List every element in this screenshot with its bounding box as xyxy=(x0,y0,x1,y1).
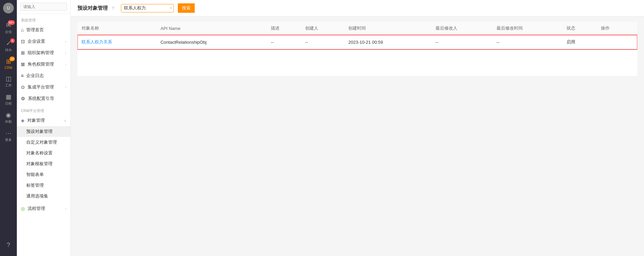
option-set-label: 通用选项集 xyxy=(26,193,48,199)
clear-button[interactable]: × xyxy=(168,6,173,10)
todo-label: 待办 xyxy=(5,48,12,52)
field-label: 外勤 xyxy=(5,119,12,124)
col-create-time: 创建时间 xyxy=(344,22,431,35)
cell-create-time: 2023-10-21 00:59 xyxy=(344,35,431,49)
empty-cell xyxy=(77,49,637,76)
chevron-right-icon4: › xyxy=(65,85,66,89)
custom-object-label: 自定义对象管理 xyxy=(26,139,57,145)
role-icon: ⊠ xyxy=(21,62,25,67)
page-title: 预设对象管理 xyxy=(77,5,108,11)
schedule-label: 日程 xyxy=(5,101,12,106)
sidebar-item-role-management[interactable]: ⊠ 角色权限管理 › xyxy=(17,59,70,70)
sidebar-search-area xyxy=(17,0,70,14)
table-row: 联系人权力关系 ContactRelationshipObj -- -- 202… xyxy=(77,35,637,49)
sidebar-item-crm[interactable]: 10 ⊞ CRM xyxy=(0,55,17,72)
cell-last-modifier: -- xyxy=(431,35,492,49)
sidebar-sub-item-smart-form[interactable]: 智能表单 xyxy=(17,169,70,180)
preset-object-label: 预设对象管理 xyxy=(26,129,53,135)
org-management-label: 组织架构管理 xyxy=(28,50,54,56)
cell-last-modify-time: -- xyxy=(492,35,562,49)
col-creator: 创建人 xyxy=(301,22,344,35)
cell-description: -- xyxy=(267,35,301,49)
table-header: 对象名称 API Name 描述 创建人 创建时间 最后修改人 最后修改时间 状… xyxy=(77,22,637,35)
sidebar-sub-item-preset-object[interactable]: 预设对象管理 xyxy=(17,126,70,137)
sidebar-sub-item-custom-object[interactable]: 自定义对象管理 xyxy=(17,137,70,148)
search-button[interactable]: 搜索 xyxy=(178,3,195,13)
sidebar: 系统管理 ⌂ 管理首页 ⊡ 企业设置 › ⊞ 组织架构管理 › ⊠ 角色权限管理… xyxy=(17,0,71,256)
sidebar-item-system-config[interactable]: ⚙ 系统配置引导 xyxy=(17,93,70,104)
flow-management-label: 流程管理 xyxy=(28,206,45,212)
sidebar-sub-item-object-name[interactable]: 对象名称设置 xyxy=(17,148,70,158)
topbar: 预设对象管理 ? × 搜索 xyxy=(71,0,644,16)
more-label: 更多 xyxy=(5,138,12,142)
sidebar-sub-item-tag-management[interactable]: 标签管理 xyxy=(17,180,70,191)
chevron-down-icon: ∨ xyxy=(64,119,66,122)
sidebar-item-flow-management[interactable]: ◎ 流程管理 › xyxy=(17,203,70,214)
sidebar-item-email[interactable]: 99+ ✉ 企信 xyxy=(0,19,17,37)
sidebar-item-field[interactable]: ◉ 外勤 xyxy=(0,109,17,127)
cell-actions xyxy=(597,35,637,49)
help-circle-icon[interactable]: ? xyxy=(112,6,114,11)
help-icon-item[interactable]: ? xyxy=(7,239,10,252)
search-box: × xyxy=(121,4,174,12)
object-name-label: 对象名称设置 xyxy=(26,150,53,156)
sidebar-item-integration[interactable]: ⊙ 集成平台管理 › xyxy=(17,81,70,93)
col-actions: 操作 xyxy=(597,22,637,35)
work-label: 工作 xyxy=(5,83,12,88)
company-log-label: 企业日志 xyxy=(26,73,44,79)
object-template-label: 对象模板管理 xyxy=(26,161,53,167)
table-empty-row xyxy=(77,49,637,76)
object-icon: ◈ xyxy=(21,118,25,123)
todo-badge: 8 xyxy=(10,38,15,43)
col-last-modify-time: 最后修改时间 xyxy=(492,22,562,35)
avatar[interactable]: U xyxy=(3,3,14,13)
main-content: 预设对象管理 ? × 搜索 对象名称 API Name 描述 创建人 创建时间 … xyxy=(71,0,644,256)
icon-bar: U 99+ ✉ 企信 8 ✓ 待办 10 ⊞ CRM ◫ 工作 ▦ 日程 ◉ 外… xyxy=(0,0,17,256)
table-wrapper: 对象名称 API Name 描述 创建人 创建时间 最后修改人 最后修改时间 状… xyxy=(77,22,637,76)
sidebar-item-company-log[interactable]: ≡ 企业日志 xyxy=(17,70,70,81)
cell-object-name: 联系人权力关系 xyxy=(77,35,156,49)
sidebar-item-work[interactable]: ◫ 工作 xyxy=(0,72,17,90)
system-section-title: 系统管理 xyxy=(17,14,70,24)
sidebar-search-input[interactable] xyxy=(20,3,67,11)
object-name-link[interactable]: 联系人权力关系 xyxy=(82,39,112,44)
sidebar-sub-item-option-set[interactable]: 通用选项集 xyxy=(17,191,70,202)
help-icon: ? xyxy=(7,242,10,249)
col-api-name: API Name xyxy=(156,22,266,35)
col-last-modifier: 最后修改人 xyxy=(431,22,492,35)
crm-badge: 10 xyxy=(9,57,15,61)
content-area: 对象名称 API Name 描述 创建人 创建时间 最后修改人 最后修改时间 状… xyxy=(71,16,644,256)
sidebar-sub-item-object-template[interactable]: 对象模板管理 xyxy=(17,158,70,169)
integration-icon: ⊙ xyxy=(21,84,25,90)
crm-section-title: CRM平台管理 xyxy=(17,104,70,115)
sidebar-item-object-management[interactable]: ◈ 对象管理 ∨ xyxy=(17,115,70,126)
crm-label: CRM xyxy=(5,66,12,70)
cell-api-name: ContactRelationshipObj xyxy=(156,35,266,49)
sidebar-item-company-settings[interactable]: ⊡ 企业设置 › xyxy=(17,36,70,47)
sidebar-item-org-management[interactable]: ⊞ 组织架构管理 › xyxy=(17,47,70,59)
sidebar-item-more[interactable]: ⋯ 更多 xyxy=(0,127,17,145)
col-object-name: 对象名称 xyxy=(77,22,156,35)
role-management-label: 角色权限管理 xyxy=(28,61,54,67)
more-icon: ⋯ xyxy=(5,130,11,137)
org-icon: ⊞ xyxy=(21,50,25,56)
flow-icon: ◎ xyxy=(21,206,25,211)
col-description: 描述 xyxy=(267,22,301,35)
cell-status: 启用 xyxy=(562,35,597,49)
chevron-right-icon5: › xyxy=(65,207,66,211)
admin-home-label: 管理首页 xyxy=(26,27,44,33)
field-icon: ◉ xyxy=(6,111,11,119)
smart-form-label: 智能表单 xyxy=(26,172,44,178)
tag-management-label: 标签管理 xyxy=(26,182,44,188)
icon-bar-bottom: ? xyxy=(7,239,10,256)
sidebar-item-todo[interactable]: 8 ✓ 待办 xyxy=(0,37,17,55)
integration-label: 集成平台管理 xyxy=(28,84,54,90)
cell-creator: -- xyxy=(301,35,344,49)
chevron-right-icon2: › xyxy=(65,51,66,55)
sidebar-item-schedule[interactable]: ▦ 日程 xyxy=(0,90,17,109)
email-badge: 99+ xyxy=(8,20,15,25)
search-input[interactable] xyxy=(121,4,168,12)
sidebar-item-admin-home[interactable]: ⌂ 管理首页 xyxy=(17,24,70,36)
company-icon: ⊡ xyxy=(21,39,25,44)
log-icon: ≡ xyxy=(21,73,24,78)
